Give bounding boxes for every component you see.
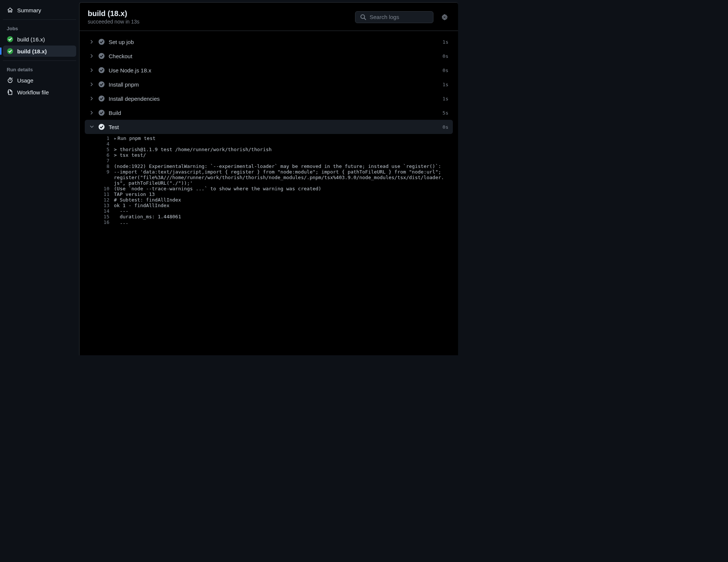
step-duration: 0s [442, 53, 448, 59]
log-line-text: ok 1 - findAllIndex [114, 203, 453, 208]
log-line-text: TAP version 13 [114, 191, 453, 197]
step-name: Set up job [109, 39, 439, 45]
step-row[interactable]: Test 0s [85, 120, 453, 134]
log-line-text: # Subtest: findAllIndex [114, 197, 453, 203]
step-row[interactable]: Use Node.js 18.x 0s [85, 63, 453, 77]
check-circle-icon [98, 67, 105, 74]
step-name: Test [109, 124, 439, 130]
log-line: 13 ok 1 - findAllIndex [85, 203, 453, 208]
log-line: 16 ... [85, 219, 453, 225]
sidebar-job-item[interactable]: build (16.x) [3, 34, 76, 45]
chevron-right-icon [89, 96, 94, 101]
check-circle-icon [98, 109, 105, 116]
step-name: Install pnpm [109, 81, 439, 88]
sidebar-job-item[interactable]: build (18.x) [3, 46, 76, 57]
sidebar-job-label: build (16.x) [17, 36, 45, 43]
sidebar-job-label: build (18.x) [17, 48, 47, 54]
step-name: Build [109, 110, 439, 116]
log-line-text: --- [114, 208, 453, 214]
chevron-right-icon [89, 53, 94, 59]
log-line: 5 > thorish@1.1.9 test /home/runner/work… [85, 147, 453, 152]
sidebar-summary-label: Summary [17, 7, 41, 13]
step-name: Checkout [109, 53, 439, 59]
log-output: 1 ▸Run pnpm test 4 5 > thorish@1.1.9 tes… [85, 134, 453, 232]
sidebar-detail-item[interactable]: Usage [3, 75, 76, 86]
log-line-number: 8 [85, 163, 114, 169]
chevron-right-icon [89, 82, 94, 87]
step-duration: 0s [442, 124, 448, 130]
check-circle-icon [98, 124, 105, 130]
check-circle-icon [98, 81, 105, 88]
log-line: 14 --- [85, 208, 453, 214]
job-subtitle: succeeded now in 13s [88, 19, 349, 25]
gear-icon [441, 13, 448, 21]
log-line: 7 [85, 158, 453, 163]
log-line-text: duration_ms: 1.448061 [114, 214, 453, 219]
step-name: Use Node.js 18.x [109, 67, 439, 74]
sidebar-jobs-heading: Jobs [3, 24, 76, 34]
chevron-down-icon [89, 124, 94, 129]
stopwatch-icon [7, 77, 13, 84]
job-title: build (18.x) [88, 9, 349, 18]
log-line-number: 4 [85, 141, 114, 147]
log-line-number: 13 [85, 203, 114, 208]
settings-button[interactable] [439, 12, 450, 22]
check-circle-icon [98, 95, 105, 102]
log-line: 9 --import 'data:text/javascript,import … [85, 169, 453, 186]
log-line: 4 [85, 141, 453, 147]
fold-marker-icon[interactable]: ▸ [114, 135, 117, 141]
sidebar-detail-label: Usage [17, 77, 33, 84]
search-icon [360, 14, 367, 21]
log-line: 8 (node:1922) ExperimentalWarning: `--ex… [85, 163, 453, 169]
check-circle-icon [7, 48, 13, 54]
search-logs[interactable] [355, 11, 433, 23]
steps-list: Set up job 1s Checkout 0s Use Node.js 18… [80, 31, 458, 236]
log-line-number: 15 [85, 214, 114, 219]
home-icon [7, 7, 13, 13]
main-header: build (18.x) succeeded now in 13s [80, 3, 458, 31]
step-duration: 1s [442, 39, 448, 45]
step-duration: 0s [442, 68, 448, 73]
chevron-right-icon [89, 68, 94, 73]
step-row[interactable]: Install dependencies 1s [85, 91, 453, 106]
log-line-number: 5 [85, 147, 114, 152]
log-line-number: 6 [85, 152, 114, 158]
step-name: Install dependencies [109, 96, 439, 102]
log-line-number: 7 [85, 158, 114, 163]
log-line: 6 > tsx test/ [85, 152, 453, 158]
divider [3, 19, 76, 20]
step-row[interactable]: Build 5s [85, 106, 453, 120]
chevron-right-icon [89, 110, 94, 115]
log-line: 11 TAP version 13 [85, 191, 453, 197]
check-circle-icon [98, 53, 105, 59]
log-line-number: 11 [85, 191, 114, 197]
step-row[interactable]: Set up job 1s [85, 35, 453, 49]
sidebar-detail-label: Workflow file [17, 89, 49, 96]
log-line-text: --import 'data:text/javascript,import { … [114, 169, 453, 186]
step-row[interactable]: Install pnpm 1s [85, 77, 453, 91]
sidebar: Summary Jobs build (16.x) build (18.x) R… [0, 0, 79, 355]
log-line-number: 1 [85, 135, 114, 141]
chevron-right-icon [89, 39, 94, 44]
search-input[interactable] [370, 14, 429, 20]
log-line-text: (node:1922) ExperimentalWarning: `--expe… [114, 163, 453, 169]
main-panel: build (18.x) succeeded now in 13s Set up… [79, 2, 458, 355]
log-line: 10 (Use `node --trace-warnings ...` to s… [85, 186, 453, 191]
log-line-text: (Use `node --trace-warnings ...` to show… [114, 186, 453, 191]
sidebar-detail-item[interactable]: Workflow file [3, 87, 76, 98]
step-duration: 1s [442, 96, 448, 102]
file-icon [7, 89, 13, 96]
log-line-number: 9 [85, 169, 114, 175]
step-duration: 5s [442, 110, 448, 116]
log-line-number: 10 [85, 186, 114, 191]
sidebar-summary[interactable]: Summary [3, 4, 76, 16]
log-line-text: > thorish@1.1.9 test /home/runner/work/t… [114, 147, 453, 152]
log-line: 1 ▸Run pnpm test [85, 135, 453, 141]
log-line: 12 # Subtest: findAllIndex [85, 197, 453, 203]
step-row[interactable]: Checkout 0s [85, 49, 453, 63]
log-line-number: 14 [85, 208, 114, 214]
log-line: 15 duration_ms: 1.448061 [85, 214, 453, 219]
step-duration: 1s [442, 82, 448, 87]
sidebar-run-details-heading: Run details [3, 65, 76, 75]
log-line-number: 16 [85, 219, 114, 225]
